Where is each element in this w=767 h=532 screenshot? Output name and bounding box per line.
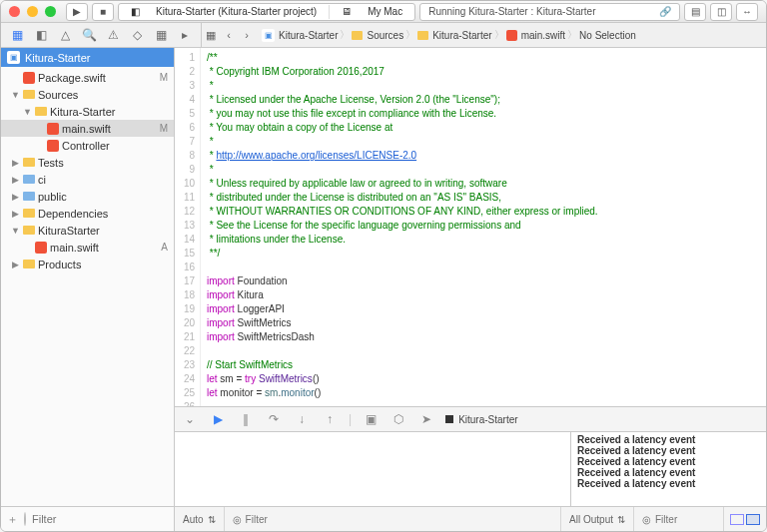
variables-filter-scope[interactable]: Auto ⇅	[175, 507, 225, 531]
tree-row[interactable]: main.swiftM	[1, 120, 174, 137]
activity-status: Running Kitura-Starter : Kitura-Starter …	[419, 3, 680, 21]
location-icon[interactable]: ➤	[417, 412, 435, 426]
project-icon: ▣	[262, 29, 275, 42]
variables-filter-input[interactable]	[246, 514, 306, 525]
tree-row[interactable]: ▼KituraStarter	[1, 222, 174, 239]
run-button[interactable]: ▶	[66, 3, 88, 21]
swift-file-icon	[47, 123, 59, 135]
window-controls	[9, 6, 56, 17]
titlebar: ▶ ■ ◧Kitura-Starter (Kitura-Starter proj…	[1, 1, 766, 23]
tree-label: Sources	[38, 89, 78, 101]
tree-label: Tests	[38, 157, 64, 169]
tree-row[interactable]: ▼Kitura-Starter	[1, 103, 174, 120]
folder-icon	[23, 90, 35, 99]
folder-icon	[23, 192, 35, 201]
tree-row[interactable]: ▶public	[1, 188, 174, 205]
folder-icon	[23, 209, 35, 218]
link-icon: 🔗	[659, 6, 671, 17]
tree-row[interactable]: ▶Dependencies	[1, 205, 174, 222]
folder-icon	[352, 31, 363, 40]
project-navigator: ▣ Kitura-Starter Package.swiftM▼Sources▼…	[1, 48, 175, 531]
debug-view-icon[interactable]: ▣	[362, 412, 380, 426]
related-items-icon[interactable]: ▦	[202, 29, 220, 42]
tree-label: main.swift	[62, 123, 111, 135]
test-navigator-tab[interactable]: ◇	[125, 25, 149, 45]
tree-label: KituraStarter	[38, 225, 100, 237]
tree-label: Kitura-Starter	[50, 106, 115, 118]
zoom-window[interactable]	[45, 6, 56, 17]
swift-file-icon	[506, 30, 517, 41]
swift-file-icon	[23, 72, 35, 84]
project-icon: ▣	[7, 51, 20, 64]
tree-label: ci	[38, 174, 46, 186]
breakpoint-navigator-tab[interactable]: ▸	[173, 25, 197, 45]
jump-bar[interactable]: ▣Kitura-Starter〉 Sources〉 Kitura-Starter…	[256, 28, 766, 42]
tree-row[interactable]: Controller	[1, 137, 174, 154]
destination-icon: 🖥	[336, 6, 358, 17]
folder-icon	[35, 107, 47, 116]
navigator-filter-bar: ＋ ▦	[1, 506, 174, 531]
tree-label: public	[38, 191, 67, 203]
step-into-icon[interactable]: ↓	[293, 412, 311, 426]
breakpoints-toggle-icon[interactable]: ▶	[209, 412, 227, 426]
console-filter-input[interactable]	[655, 514, 715, 525]
add-button[interactable]: ＋	[7, 512, 18, 527]
scheme-selector[interactable]: ◧Kitura-Starter (Kitura-Starter project)…	[118, 3, 415, 21]
filter-icon: ◎	[233, 514, 242, 525]
minimize-window[interactable]	[27, 6, 38, 17]
symbol-navigator-tab[interactable]: △	[53, 25, 77, 45]
debug-toolbar: ⌄ ▶ ‖ ↷ ↓ ↑ | ▣ ⬡ ➤ Kitura-Starter	[175, 406, 766, 431]
toggle-console-pane[interactable]	[746, 514, 760, 525]
stop-button[interactable]: ■	[92, 3, 114, 21]
continue-icon[interactable]: ‖	[237, 412, 255, 426]
nav-forward[interactable]: ›	[238, 29, 256, 42]
navigator-filter-input[interactable]	[32, 513, 170, 525]
step-out-icon[interactable]: ↑	[321, 412, 339, 426]
tree-label: main.swift	[50, 242, 99, 254]
tree-row[interactable]: ▶Tests	[1, 154, 174, 171]
memory-graph-icon[interactable]: ⬡	[389, 412, 407, 426]
navigator-tab-row: ▦ ◧ △ 🔍 ⚠ ◇ ▦ ▸ ▦ ‹ › ▣Kitura-Starter〉 S…	[1, 23, 766, 48]
tree-row[interactable]: Package.swiftM	[1, 69, 174, 86]
variables-view[interactable]	[175, 432, 571, 506]
tree-row[interactable]: ▶ci	[1, 171, 174, 188]
version-editor-button[interactable]: ↔	[736, 3, 758, 21]
project-root[interactable]: ▣ Kitura-Starter	[1, 48, 174, 67]
console-output-scope[interactable]: All Output ⇅	[561, 507, 634, 531]
recent-filter-icon[interactable]	[24, 512, 26, 526]
debug-console: Received a latency eventReceived a laten…	[175, 431, 766, 506]
hide-debug-area-icon[interactable]: ⌄	[181, 412, 199, 426]
tree-label: Package.swift	[38, 72, 106, 84]
tree-label: Dependencies	[38, 208, 108, 220]
toggle-variables-pane[interactable]	[730, 514, 744, 525]
console-output[interactable]: Received a latency eventReceived a laten…	[571, 432, 766, 506]
folder-icon	[23, 226, 35, 235]
filter-icon: ◎	[642, 514, 651, 525]
step-over-icon[interactable]: ↷	[265, 412, 283, 426]
tree-label: Controller	[62, 140, 110, 152]
close-window[interactable]	[9, 6, 20, 17]
assistant-editor-button[interactable]: ◫	[710, 3, 732, 21]
swift-file-icon	[35, 242, 47, 254]
tree-row[interactable]: ▼Sources	[1, 86, 174, 103]
folder-icon	[23, 175, 35, 184]
folder-icon	[23, 260, 35, 268]
xcode-scheme-icon: ◧	[125, 6, 146, 17]
debug-navigator-tab[interactable]: ▦	[149, 25, 173, 45]
source-control-navigator-tab[interactable]: ◧	[29, 25, 53, 45]
find-navigator-tab[interactable]: 🔍	[77, 25, 101, 45]
tree-row[interactable]: main.swiftA	[1, 239, 174, 256]
tree-row[interactable]: ▶Products	[1, 256, 174, 272]
source-editor[interactable]: 1234567891011121314151617181920212223242…	[175, 48, 766, 406]
project-navigator-tab[interactable]: ▦	[5, 25, 29, 45]
standard-editor-button[interactable]: ▤	[684, 3, 706, 21]
nav-back[interactable]: ‹	[220, 29, 238, 42]
tree-label: Products	[38, 259, 81, 270]
issue-navigator-tab[interactable]: ⚠	[101, 25, 125, 45]
console-bottom-bar: Auto ⇅ ◎ All Output ⇅ ◎	[175, 506, 766, 531]
folder-icon	[23, 158, 35, 167]
folder-icon	[417, 31, 428, 40]
swift-file-icon	[47, 140, 59, 152]
